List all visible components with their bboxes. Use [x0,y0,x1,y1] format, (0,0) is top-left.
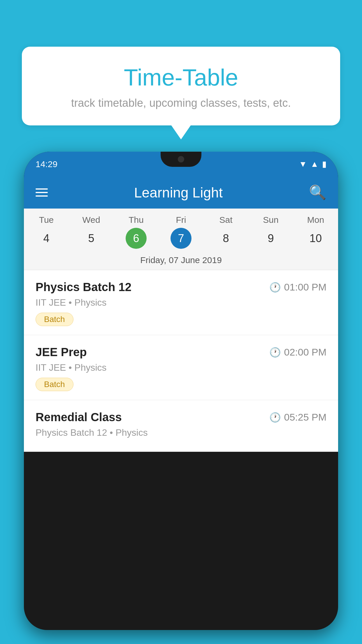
schedule-item-subtitle: IIT JEE • Physics [36,297,326,308]
day-name: Fri [159,215,203,225]
day-col-mon[interactable]: Mon10 [293,215,338,249]
day-col-sat[interactable]: Sat8 [203,215,248,249]
day-name: Mon [293,215,338,225]
day-number: 8 [215,228,236,249]
day-col-fri[interactable]: Fri7 [159,215,203,249]
schedule-item-time: 🕐02:00 PM [269,346,326,358]
day-name: Tue [24,215,69,225]
phone-container: 14:29 ▼ ▲ ▮ Learning Light 🔍 [24,152,338,644]
phone-frame: 14:29 ▼ ▲ ▮ Learning Light 🔍 [24,152,338,630]
status-icons: ▼ ▲ ▮ [299,159,326,169]
day-number: 10 [305,228,326,249]
day-number: 9 [260,228,281,249]
schedule-item[interactable]: Physics Batch 12🕐01:00 PMIIT JEE • Physi… [24,270,338,335]
calendar-strip: Tue4Wed5Thu6Fri7Sat8Sun9Mon10 Friday, 07… [24,209,338,270]
phone-screen: Tue4Wed5Thu6Fri7Sat8Sun9Mon10 Friday, 07… [24,209,338,452]
time-text: 01:00 PM [284,281,326,293]
bubble-subtitle: track timetable, upcoming classes, tests… [36,97,326,109]
day-name: Thu [114,215,159,225]
battery-icon: ▮ [322,159,326,169]
schedule-item-header: Physics Batch 12🕐01:00 PM [36,281,326,294]
notch [161,152,201,167]
signal-icon: ▲ [310,160,319,169]
day-number: 6 [126,228,147,249]
wifi-icon: ▼ [299,160,307,169]
menu-button[interactable] [36,188,48,197]
day-name: Sun [248,215,293,225]
day-number: 7 [171,228,191,249]
day-name: Sat [203,215,248,225]
app-title: Learning Light [134,185,223,201]
batch-badge: Batch [36,378,73,391]
schedule-item-title: Remedial Class [36,411,122,424]
clock-icon: 🕐 [269,412,281,423]
clock-icon: 🕐 [269,282,281,293]
bubble-title: Time-Table [36,64,326,91]
time-text: 05:25 PM [284,412,326,423]
day-col-thu[interactable]: Thu6 [114,215,159,249]
speech-bubble: Time-Table track timetable, upcoming cla… [22,47,340,125]
clock-icon: 🕐 [269,347,281,358]
camera-dot [178,156,184,162]
schedule-item-subtitle: IIT JEE • Physics [36,362,326,373]
day-col-tue[interactable]: Tue4 [24,215,69,249]
day-col-wed[interactable]: Wed5 [69,215,114,249]
time-text: 02:00 PM [284,346,326,358]
schedule-item-time: 🕐05:25 PM [269,412,326,423]
schedule-item-title: JEE Prep [36,346,87,359]
schedule-list: Physics Batch 12🕐01:00 PMIIT JEE • Physi… [24,270,338,452]
schedule-item-title: Physics Batch 12 [36,281,131,294]
schedule-item-header: JEE Prep🕐02:00 PM [36,346,326,359]
schedule-item-subtitle: Physics Batch 12 • Physics [36,427,326,438]
schedule-item-time: 🕐01:00 PM [269,281,326,293]
day-number: 4 [36,228,57,249]
schedule-item[interactable]: Remedial Class🕐05:25 PMPhysics Batch 12 … [24,400,338,452]
status-time: 14:29 [36,159,57,169]
app-header: Learning Light 🔍 [24,176,338,209]
selected-date-label: Friday, 07 June 2019 [24,251,338,270]
day-headers: Tue4Wed5Thu6Fri7Sat8Sun9Mon10 [24,209,338,251]
speech-bubble-container: Time-Table track timetable, upcoming cla… [22,47,340,125]
day-name: Wed [69,215,114,225]
day-col-sun[interactable]: Sun9 [248,215,293,249]
day-number: 5 [81,228,102,249]
search-icon[interactable]: 🔍 [309,184,326,201]
batch-badge: Batch [36,313,73,326]
schedule-item[interactable]: JEE Prep🕐02:00 PMIIT JEE • PhysicsBatch [24,335,338,400]
schedule-item-header: Remedial Class🕐05:25 PM [36,411,326,424]
status-bar: 14:29 ▼ ▲ ▮ [24,152,338,176]
